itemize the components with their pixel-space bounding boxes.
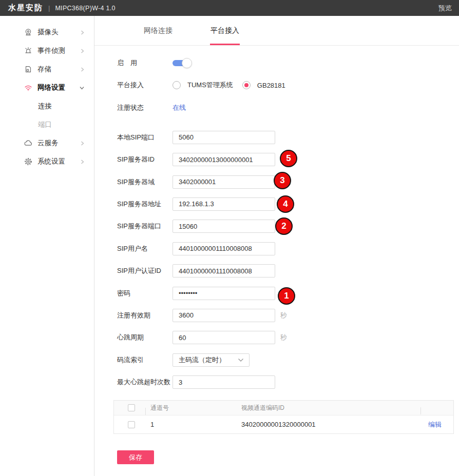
platform-label: 平台接入 [117, 81, 173, 90]
local-sip-port-input[interactable] [173, 131, 275, 144]
field-label-sip-user-auth-id: SIP用户认证ID [117, 266, 173, 275]
radio-label: TUMS管理系统 [187, 81, 233, 90]
camera-icon [24, 28, 33, 37]
save-button[interactable]: 保存 [117, 450, 154, 464]
field-label-password: 密码 [117, 289, 173, 298]
annotation-badge-5: 5 [280, 150, 297, 167]
radio-tums[interactable]: TUMS管理系统 [173, 81, 233, 90]
radio-circle-icon [173, 81, 181, 89]
sidebar-item-network[interactable]: 网络设置 [0, 78, 94, 97]
sidebar-item-label: 云服务 [37, 138, 80, 148]
sidebar-item-camera[interactable]: 摄像头 [0, 23, 94, 42]
max-heartbeat-timeout-input[interactable] [173, 375, 275, 389]
wifi-icon [24, 83, 33, 92]
sip-server-id-input[interactable] [173, 153, 275, 166]
header-channel: 通道号 [146, 404, 235, 412]
field-label-max-heartbeat-timeout: 最大心跳超时次数 [117, 378, 173, 387]
select-all-checkbox[interactable] [128, 404, 135, 411]
field-label-sip-server-domain: SIP服务器域 [117, 177, 173, 187]
sidebar-item-label: 存储 [37, 65, 80, 74]
field-label-local-sip-port: 本地SIP端口 [117, 133, 173, 142]
sidebar-item-system[interactable]: 系统设置 [0, 152, 94, 171]
select-value: 主码流（定时） [179, 355, 225, 365]
field-label-sip-server-port: SIP服务器端口 [117, 222, 173, 231]
reg-status-value[interactable]: 在线 [173, 103, 186, 112]
annotation-badge-1: 1 [278, 287, 295, 305]
alarm-icon [24, 46, 33, 55]
platform-row: 平台接入 TUMS管理系统GB28181 [117, 78, 459, 92]
field-unit: 秒 [280, 333, 287, 342]
sidebar-subitem-port[interactable]: 端口 [0, 115, 94, 134]
cloud-icon [24, 138, 33, 148]
sip-user-auth-id-input[interactable] [173, 264, 275, 277]
main-layout: 摄像头事件侦测存储网络设置连接端口云服务系统设置 网络连接平台接入 启 用 平台… [0, 16, 459, 476]
sip-server-port-input[interactable] [173, 220, 275, 233]
sip-server-address-input[interactable] [173, 197, 275, 211]
chevron-down-icon [238, 358, 244, 362]
sip-fields: 本地SIP端口SIP服务器ID5SIP服务器域3SIP服务器地址4SIP服务器端… [117, 131, 459, 389]
field-row-sip-username: SIP用户名 [117, 242, 459, 255]
heartbeat-period-input[interactable] [173, 331, 275, 344]
sidebar-item-label: 系统设置 [37, 157, 80, 166]
reg-status-row: 注册状态 在线 [117, 101, 459, 114]
chevron-right-icon [80, 159, 85, 165]
field-row-heartbeat-period: 心跳周期秒 [117, 331, 459, 344]
sip-server-domain-input[interactable] [173, 175, 275, 189]
sidebar-item-label: 事件侦测 [37, 46, 80, 55]
table-header-row: 通道号 视频通道编码ID [114, 401, 453, 415]
radio-gb28181[interactable]: GB28181 [242, 81, 285, 89]
table-row: 134020000001320000001编辑 [114, 415, 453, 433]
field-row-reg-validity: 注册有效期秒 [117, 309, 459, 322]
chevron-down-icon [79, 86, 85, 90]
sidebar-item-cloud[interactable]: 云服务 [0, 134, 94, 152]
reg-status-label: 注册状态 [117, 103, 173, 112]
field-row-max-heartbeat-timeout: 最大心跳超时次数 [117, 375, 459, 389]
channel-table: 通道号 视频通道编码ID 134020000001320000001编辑 [113, 400, 454, 434]
field-label-sip-server-id: SIP服务器ID [117, 155, 173, 164]
field-row-sip-server-port: SIP服务器端口2 [117, 220, 459, 233]
video-channel-encode-id-cell: 34020000001320000001 [235, 421, 421, 428]
platform-access-form: 启 用 平台接入 TUMS管理系统GB28181 注册状态 在线 本地SIP端口… [94, 46, 459, 389]
storage-icon [24, 65, 33, 74]
toggle-knob [182, 58, 192, 68]
field-row-sip-server-id: SIP服务器ID5 [117, 153, 459, 166]
annotation-badge-3: 3 [274, 172, 291, 189]
sidebar-item-label: 网络设置 [37, 83, 79, 92]
field-row-sip-server-address: SIP服务器地址4 [117, 197, 459, 211]
row-action-cell: 编辑 [421, 420, 453, 429]
field-row-sip-server-domain: SIP服务器域3 [117, 175, 459, 189]
preview-link[interactable]: 预览 [438, 4, 452, 13]
enable-label: 启 用 [117, 58, 173, 68]
sidebar-subitem-connection[interactable]: 连接 [0, 97, 94, 115]
enable-row: 启 用 [117, 56, 459, 70]
brand-divider: | [48, 4, 50, 12]
table-body: 134020000001320000001编辑 [114, 415, 453, 433]
field-row-sip-user-auth-id: SIP用户认证ID [117, 264, 459, 277]
radio-label: GB28181 [257, 82, 285, 89]
sidebar-item-events[interactable]: 事件侦测 [0, 42, 94, 60]
chevron-right-icon [80, 67, 85, 72]
chevron-right-icon [80, 141, 85, 146]
annotation-badge-4: 4 [277, 195, 294, 213]
sidebar-item-storage[interactable]: 存储 [0, 60, 94, 78]
row-checkbox[interactable] [128, 421, 135, 428]
row-checkbox-cell [114, 421, 146, 428]
field-row-stream-index: 码流索引主码流（定时） [117, 353, 459, 367]
password-input[interactable] [173, 287, 275, 300]
annotation-badge-2: 2 [275, 217, 293, 235]
enable-toggle[interactable] [173, 58, 192, 68]
edit-link[interactable]: 编辑 [428, 421, 442, 428]
device-model: MIPC368(P)W-4 1.0 [55, 5, 115, 12]
reg-validity-input[interactable] [173, 309, 275, 322]
sip-username-input[interactable] [173, 242, 275, 255]
sidebar-item-label: 摄像头 [37, 28, 80, 37]
field-label-heartbeat-period: 心跳周期 [117, 333, 173, 342]
sidebar: 摄像头事件侦测存储网络设置连接端口云服务系统设置 [0, 16, 94, 476]
tab-platform-access[interactable]: 平台接入 [211, 16, 239, 45]
chevron-right-icon [80, 48, 85, 54]
field-label-sip-server-address: SIP服务器地址 [117, 200, 173, 209]
radio-circle-icon [242, 81, 251, 89]
stream-index-select[interactable]: 主码流（定时） [173, 353, 250, 367]
tab-network-connection[interactable]: 网络连接 [144, 16, 173, 45]
field-row-password: 密码1 [117, 287, 459, 300]
